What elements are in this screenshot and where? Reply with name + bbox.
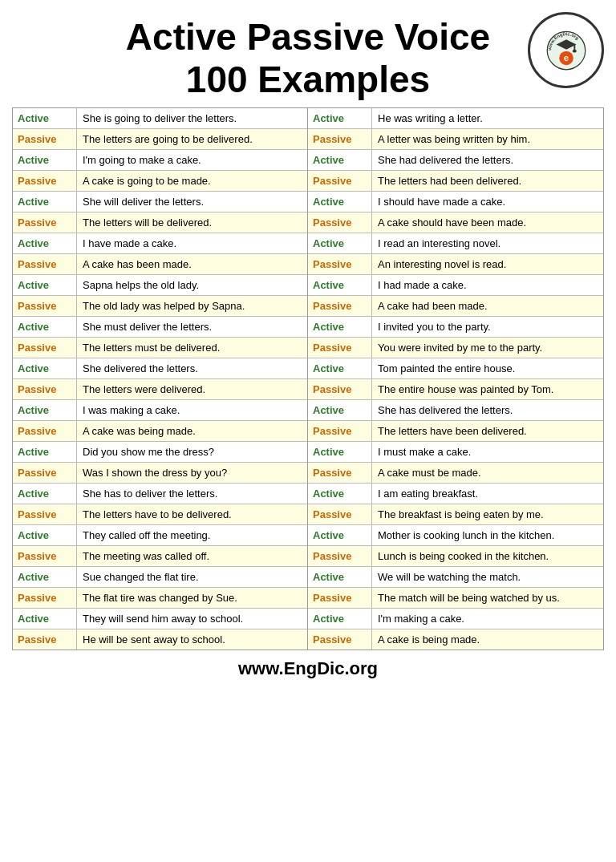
sentence-text: I should have made a cake.: [372, 192, 603, 212]
passive-label: Passive: [308, 546, 372, 566]
svg-point-4: [572, 49, 576, 52]
sentence-text: A cake is being made.: [372, 629, 603, 650]
active-label: Active: [13, 108, 77, 128]
sentence-text: Sapna helps the old lady.: [77, 275, 307, 295]
sentence-text: The letters will be delivered.: [77, 212, 307, 233]
sentence-text: The letters must be delivered.: [77, 338, 307, 358]
page-header: Active Passive Voice 100 Examples www.En…: [12, 8, 604, 107]
passive-label: Passive: [308, 629, 372, 650]
passive-label: Passive: [308, 296, 372, 316]
svg-text:e: e: [563, 53, 568, 63]
sentence-text: We will be watching the match.: [372, 567, 603, 587]
sentence-text: She delivered the letters.: [77, 358, 307, 378]
table-row: PassiveThe letters have to be delivered.: [13, 504, 307, 525]
sentence-text: I read an interesting novel.: [372, 233, 603, 253]
active-label: Active: [308, 609, 372, 629]
table-row: ActiveMother is cooking lunch in the kit…: [308, 525, 603, 546]
table-row: ActiveSue changed the flat tire.: [13, 567, 307, 588]
sentence-text: I must make a cake.: [372, 442, 603, 462]
table-row: PassiveA cake must be made.: [308, 463, 603, 484]
sentence-text: A cake has been made.: [77, 254, 307, 274]
passive-label: Passive: [13, 629, 77, 650]
table-row: PassiveThe match will be being watched b…: [308, 588, 603, 609]
sentence-text: The entire house was painted by Tom.: [372, 379, 603, 399]
table-row: ActiveShe is going to deliver the letter…: [13, 108, 307, 129]
sentence-text: The meeting was called off.: [77, 546, 307, 566]
active-label: Active: [13, 400, 77, 420]
passive-label: Passive: [13, 588, 77, 608]
table-row: ActiveI'm going to make a cake.: [13, 150, 307, 171]
engdic-logo: www.EngDic.org e: [528, 12, 604, 88]
active-label: Active: [13, 150, 77, 170]
passive-label: Passive: [308, 379, 372, 399]
sentence-text: I am eating breakfast.: [372, 484, 603, 504]
table-row: PassiveThe letters have been delivered.: [308, 421, 603, 442]
sentence-text: A cake must be made.: [372, 463, 603, 483]
passive-label: Passive: [13, 171, 77, 191]
active-label: Active: [13, 609, 77, 629]
sentence-text: I invited you to the party.: [372, 317, 603, 337]
sentence-text: The letters have to be delivered.: [77, 504, 307, 524]
passive-label: Passive: [13, 296, 77, 316]
main-table: ActiveShe is going to deliver the letter…: [12, 107, 604, 650]
table-row: ActiveI am eating breakfast.: [308, 484, 603, 504]
active-label: Active: [13, 233, 77, 253]
active-label: Active: [308, 358, 372, 378]
active-label: Active: [13, 484, 77, 504]
sentence-text: He was writing a letter.: [372, 108, 603, 128]
table-row: PassiveThe breakfast is being eaten by m…: [308, 504, 603, 525]
active-label: Active: [308, 442, 372, 462]
sentence-text: A cake should have been made.: [372, 212, 603, 233]
sentence-text: I'm going to make a cake.: [77, 150, 307, 170]
passive-label: Passive: [13, 546, 77, 566]
sentence-text: She had delivered the letters.: [372, 150, 603, 170]
table-row: PassiveYou were invited by me to the par…: [308, 338, 603, 358]
table-row: ActiveI read an interesting novel.: [308, 233, 603, 254]
footer-url: www.EngDic.org: [12, 658, 604, 679]
sentence-text: The breakfast is being eaten by me.: [372, 504, 603, 524]
table-row: ActiveI have made a cake.: [13, 233, 307, 254]
right-table: ActiveHe was writing a letter.PassiveA l…: [308, 108, 603, 650]
active-label: Active: [308, 484, 372, 504]
sentence-text: She must deliver the letters.: [77, 317, 307, 337]
table-row: ActiveI must make a cake.: [308, 442, 603, 463]
sentence-text: The match will be being watched by us.: [372, 588, 603, 608]
sentence-text: A cake had been made.: [372, 296, 603, 316]
passive-label: Passive: [13, 212, 77, 233]
sentence-text: A letter was being written by him.: [372, 129, 603, 149]
sentence-text: A cake was being made.: [77, 421, 307, 441]
table-row: PassiveThe old lady was helped by Sapna.: [13, 296, 307, 317]
table-row: ActiveI should have made a cake.: [308, 192, 603, 212]
active-label: Active: [308, 192, 372, 212]
table-row: ActiveShe had delivered the letters.: [308, 150, 603, 171]
sentence-text: Mother is cooking lunch in the kitchen.: [372, 525, 603, 545]
sentence-text: Sue changed the flat tire.: [77, 567, 307, 587]
sentence-text: The letters have been delivered.: [372, 421, 603, 441]
left-table: ActiveShe is going to deliver the letter…: [13, 108, 308, 650]
passive-label: Passive: [308, 212, 372, 233]
passive-label: Passive: [308, 171, 372, 191]
active-label: Active: [308, 317, 372, 337]
table-row: ActiveShe has delivered the letters.: [308, 400, 603, 421]
table-row: PassiveA cake should have been made.: [308, 212, 603, 233]
active-label: Active: [308, 233, 372, 253]
sentence-text: I'm making a cake.: [372, 609, 603, 629]
table-row: ActiveTom painted the entire house.: [308, 358, 603, 379]
sentence-text: He will be sent away to school.: [77, 629, 307, 650]
sentence-text: I was making a cake.: [77, 400, 307, 420]
table-row: ActiveThey called off the meeting.: [13, 525, 307, 546]
passive-label: Passive: [308, 338, 372, 358]
sentence-text: The old lady was helped by Sapna.: [77, 296, 307, 316]
active-label: Active: [308, 108, 372, 128]
table-row: ActiveI'm making a cake.: [308, 609, 603, 629]
active-label: Active: [308, 400, 372, 420]
table-row: ActiveShe delivered the letters.: [13, 358, 307, 379]
table-row: PassiveThe letters must be delivered.: [13, 338, 307, 358]
active-label: Active: [13, 275, 77, 295]
sentence-text: Lunch is being cooked in the kitchen.: [372, 546, 603, 566]
sentence-text: The flat tire was changed by Sue.: [77, 588, 307, 608]
table-row: PassiveThe entire house was painted by T…: [308, 379, 603, 400]
table-row: ActiveWe will be watching the match.: [308, 567, 603, 588]
table-row: PassiveA cake had been made.: [308, 296, 603, 317]
sentence-text: I had made a cake.: [372, 275, 603, 295]
